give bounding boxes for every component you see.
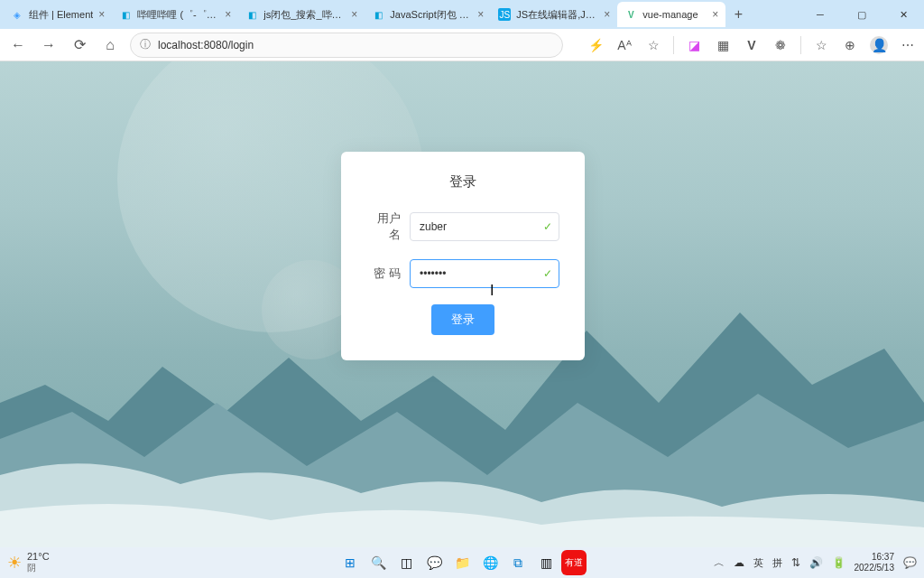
url-text: localhost:8080/login	[158, 39, 254, 51]
password-label: 密 码	[366, 266, 410, 282]
app-icon[interactable]: ▥	[533, 550, 559, 575]
browser-tab[interactable]: ◈ 组件 | Element ×	[4, 2, 112, 27]
close-icon[interactable]: ×	[604, 8, 610, 21]
tab-title: JS在线编辑器,JS在线	[516, 8, 598, 22]
extension-icon[interactable]: ❁	[772, 36, 790, 54]
search-button[interactable]: 🔍	[365, 550, 391, 575]
battery-icon[interactable]: 🔋	[832, 556, 845, 569]
refresh-button[interactable]: ⟳	[69, 34, 90, 56]
system-tray: ︿ ☁ 英 拼 ⇅ 🔊 🔋 16:37 2022/5/13 💬	[714, 552, 918, 573]
new-tab-button[interactable]: +	[725, 2, 751, 27]
app-icon[interactable]: 有道	[561, 550, 587, 575]
username-label: 用户名	[366, 210, 410, 243]
separator	[800, 36, 801, 54]
js-favicon: JS	[498, 8, 511, 21]
menu-icon[interactable]: ⋯	[899, 36, 917, 54]
extension-icon[interactable]: ▦	[714, 36, 732, 54]
onedrive-icon[interactable]: ☁	[734, 556, 744, 569]
success-icon: ✓	[543, 267, 552, 280]
text-size-icon[interactable]: Aᴬ	[615, 36, 633, 54]
task-view-button[interactable]: ◫	[393, 550, 419, 575]
login-button[interactable]: 登录	[431, 304, 494, 335]
browser-tab[interactable]: JS JS在线编辑器,JS在线 ×	[491, 2, 617, 27]
time: 16:37	[855, 552, 895, 563]
widgets-button[interactable]: 💬	[421, 550, 447, 575]
extension-icon[interactable]: ◪	[685, 36, 703, 54]
element-favicon: ◈	[11, 8, 23, 21]
close-button[interactable]: ✕	[882, 0, 924, 29]
chevron-up-icon[interactable]: ︿	[714, 555, 725, 571]
edge-icon[interactable]: 🌐	[477, 550, 503, 575]
close-icon[interactable]: ×	[98, 8, 105, 21]
browser-tab[interactable]: ◧ JavaScript闭包 - We ×	[365, 2, 491, 27]
date: 2022/5/13	[855, 563, 895, 573]
volume-icon[interactable]: 🔊	[809, 556, 823, 569]
window-controls: ─ ▢ ✕	[799, 0, 924, 29]
favorite-icon[interactable]: ☆	[644, 36, 662, 54]
url-input[interactable]: ⓘ localhost:8080/login	[130, 33, 563, 58]
close-icon[interactable]: ×	[351, 8, 357, 21]
tab-title: 哔哩哔哩 (゜-゜)つ口	[137, 8, 219, 22]
browser-tabbar: ◈ 组件 | Element × ◧ 哔哩哔哩 (゜-゜)つ口 × ◧ js闭包…	[0, 0, 924, 29]
login-card: 登录 用户名 ✓ 密 码 ✓ 登录 I	[341, 152, 585, 360]
temperature: 21°C	[27, 551, 50, 562]
start-button[interactable]: ⊞	[337, 550, 363, 575]
collections-icon[interactable]: ⊕	[841, 36, 859, 54]
tab-title: 组件 | Element	[29, 8, 93, 22]
profile-icon[interactable]: 👤	[870, 36, 888, 54]
vue-favicon: V	[624, 8, 637, 21]
home-button[interactable]: ⌂	[99, 34, 121, 56]
address-bar: ← → ⟳ ⌂ ⓘ localhost:8080/login ⚡ Aᴬ ☆ ◪ …	[0, 29, 924, 61]
back-button[interactable]: ←	[7, 34, 29, 56]
explorer-icon[interactable]: 📁	[449, 550, 475, 575]
close-icon[interactable]: ×	[225, 8, 231, 21]
favorites-icon[interactable]: ☆	[812, 36, 830, 54]
vscode-icon[interactable]: ⧉	[505, 550, 531, 575]
bilibili-favicon: ◧	[119, 8, 132, 21]
tab-title: JavaScript闭包 - We	[390, 8, 472, 22]
vue-devtools-icon[interactable]: V	[743, 36, 761, 54]
read-aloud-icon[interactable]: ⚡	[587, 36, 605, 54]
weather-widget[interactable]: ☀ 21°C 阴	[7, 551, 50, 574]
forward-button[interactable]: →	[38, 34, 60, 56]
close-icon[interactable]: ×	[477, 8, 484, 21]
ime-indicator[interactable]: 英	[753, 556, 763, 570]
ime-mode[interactable]: 拼	[772, 556, 782, 570]
taskbar-apps: ⊞ 🔍 ◫ 💬 📁 🌐 ⧉ ▥ 有道	[337, 550, 587, 575]
tab-title: vue-manage	[642, 9, 707, 20]
success-icon: ✓	[543, 220, 552, 233]
login-title: 登录	[366, 173, 559, 191]
sun-icon: ☀	[7, 553, 22, 573]
notifications-icon[interactable]: 💬	[903, 556, 917, 569]
browser-tab-active[interactable]: V vue-manage ×	[617, 2, 725, 27]
separator	[673, 36, 674, 54]
page-viewport: 登录 用户名 ✓ 密 码 ✓ 登录 I	[0, 61, 924, 547]
clock[interactable]: 16:37 2022/5/13	[855, 552, 895, 573]
info-icon: ⓘ	[140, 37, 151, 52]
close-icon[interactable]: ×	[712, 8, 718, 21]
wifi-icon[interactable]: ⇅	[791, 556, 800, 569]
windows-taskbar: ☀ 21°C 阴 ⊞ 🔍 ◫ 💬 📁 🌐 ⧉ ▥ 有道 ︿ ☁ 英 拼 ⇅ 🔊 …	[0, 547, 924, 578]
tab-title: js闭包_搜索_哔哩哔	[263, 8, 346, 22]
browser-tab[interactable]: ◧ js闭包_搜索_哔哩哔 ×	[238, 2, 365, 27]
username-input[interactable]	[410, 212, 559, 241]
weather-text: 阴	[27, 562, 50, 574]
browser-tab[interactable]: ◧ 哔哩哔哩 (゜-゜)つ口 ×	[112, 2, 238, 27]
bilibili-favicon: ◧	[245, 8, 258, 21]
bilibili-favicon: ◧	[372, 8, 384, 21]
minimize-button[interactable]: ─	[799, 0, 841, 29]
password-input[interactable]	[410, 259, 559, 288]
maximize-button[interactable]: ▢	[841, 0, 882, 29]
